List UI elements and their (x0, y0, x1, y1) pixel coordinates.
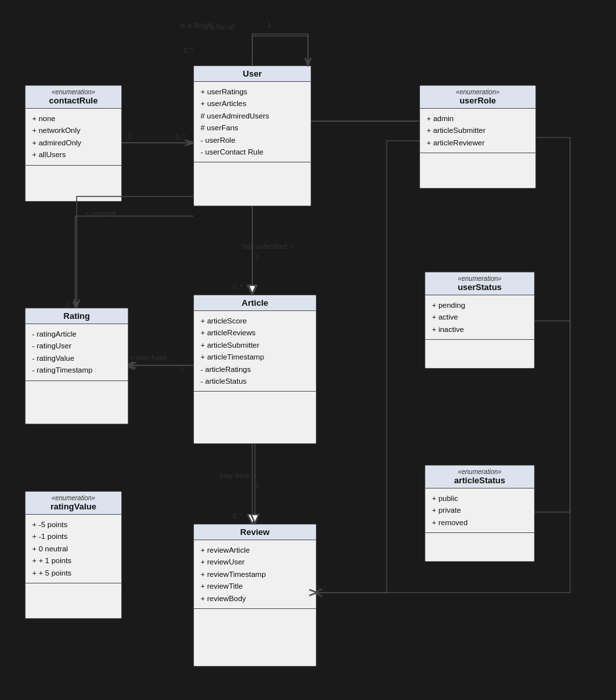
us-attr-2: + active (432, 311, 528, 323)
rating-value-footer (26, 583, 121, 596)
rv-attr-2: + -1 points (32, 530, 115, 542)
mult-0star-article: 0..* (233, 284, 242, 291)
diagram-container: is a fan of is a fan of 1 0..* 1 0..* < … (0, 0, 616, 700)
rating-value-stereotype: «enumeration» (31, 494, 116, 502)
mult-0star-may: 0..* (128, 364, 138, 371)
contact-rule-title: contactRule (49, 96, 98, 105)
mult-0star-user-left: 0..* (176, 134, 185, 141)
cr-attr-2: + networkOnly (32, 124, 115, 136)
mult-1-top: 1 (267, 21, 271, 29)
user-attr-4: # userFans (201, 122, 304, 134)
rat-attr-3: - ratingValue (32, 352, 121, 364)
contact-rule-header: «enumeration» contactRule (26, 86, 121, 109)
user-status-footer (425, 339, 534, 352)
label-is-fan-of-text: is a fan of (180, 21, 212, 29)
article-body: + articleScore + articleReviews + articl… (194, 311, 316, 391)
user-attr-1: + userRatings (201, 86, 304, 98)
rating-value-title: ratingValue (50, 502, 96, 511)
article-status-box: «enumeration» articleStatus + public + p… (425, 465, 535, 562)
art-attr-2: + articleReviews (201, 327, 309, 339)
label-has-submitted: has submitted > (242, 242, 294, 250)
label-may-have2: may have > (220, 471, 257, 479)
user-attr-2: + userArticles (201, 98, 304, 109)
rat-attr-1: - ratingArticle (32, 328, 121, 340)
user-role-header: «enumeration»userRole (420, 86, 535, 109)
rev-attr-3: + reviewTimestamp (201, 568, 309, 580)
user-title: User (243, 69, 262, 79)
article-status-stereotype: «enumeration» (431, 468, 529, 475)
user-body: + userRatings + userArticles # userAdmir… (194, 82, 311, 162)
contact-rule-body: + none + networkOnly + admiredOnly + all… (26, 109, 121, 165)
mult-1-contact: 1 (128, 132, 132, 140)
user-status-title: userStatus (457, 282, 501, 292)
user-role-body: + admin + articleSubmitter + articleRevi… (420, 109, 535, 153)
article-footer (194, 391, 316, 404)
contact-rule-stereotype: «enumeration» (31, 88, 116, 96)
ur-attr-1: + admin (427, 113, 529, 124)
art-attr-6: - articleStatus (201, 375, 309, 387)
us-attr-3: + inactive (432, 323, 528, 335)
rating-header: Rating (26, 308, 128, 324)
label-created: < created (85, 210, 115, 217)
review-footer (194, 608, 316, 621)
art-attr-5: - articleRatings (201, 363, 309, 375)
user-role-footer (420, 153, 535, 166)
user-attr-5: - userRole (201, 134, 304, 146)
rating-value-body: + -5 points + -1 points + 0 neutral + + … (26, 515, 121, 583)
review-header: Review (194, 525, 316, 540)
art-attr-4: + articleTimestamp (201, 351, 309, 363)
user-box: User + userRatings + userArticles # user… (193, 65, 311, 206)
review-title: Review (241, 527, 270, 537)
art-attr-1: + articleScore (201, 315, 309, 327)
mult-0star-review: 0..* (233, 513, 242, 520)
rv-attr-1: + -5 points (32, 519, 115, 530)
mult-1-may2: 1 (256, 481, 260, 488)
rv-attr-4: + + 1 points (32, 555, 115, 566)
rating-value-header: «enumeration» ratingValue (26, 492, 121, 515)
mult-0star-review-right: 0..* (316, 585, 326, 592)
rating-body: - ratingArticle - ratingUser - ratingVal… (26, 324, 128, 380)
rev-attr-4: + reviewTitle (201, 580, 309, 592)
article-status-footer (425, 532, 534, 545)
label-may-have: < may have (130, 354, 167, 361)
review-body: + reviewArticle + reviewUser + reviewTim… (194, 540, 316, 608)
rev-attr-5: + reviewBody (201, 593, 309, 604)
review-box: Review + reviewArticle + reviewUser + re… (193, 524, 317, 667)
user-status-header: «enumeration» userStatus (425, 272, 534, 295)
rat-attr-4: - ratingTimestamp (32, 364, 121, 376)
as-attr-1: + public (432, 492, 528, 504)
mult-0star-loop: 0..* (183, 47, 193, 54)
art-attr-3: + articleSubmitter (201, 339, 309, 351)
ur-attr-3: + articleReviewer (427, 137, 529, 149)
rating-title: Rating (64, 311, 90, 321)
as-attr-2: + private (432, 504, 528, 516)
rv-attr-5: + + 5 points (32, 567, 115, 579)
article-header: Article (194, 295, 316, 311)
rating-box: Rating - ratingArticle - ratingUser - ra… (25, 308, 128, 424)
us-attr-1: + pending (432, 299, 528, 311)
article-status-title: articleStatus (454, 475, 505, 485)
rv-attr-3: + 0 neutral (32, 543, 115, 555)
mult-1-may: 1 (180, 364, 184, 371)
article-status-header: «enumeration» articleStatus (425, 466, 534, 488)
rating-value-box: «enumeration» ratingValue + -5 points + … (25, 491, 122, 619)
cr-attr-3: + admiredOnly (32, 137, 115, 149)
user-status-stereotype: «enumeration» (431, 275, 529, 282)
user-attr-3: # userAdmiredUsers (201, 110, 304, 122)
user-footer (194, 162, 311, 175)
rev-attr-1: + reviewArticle (201, 544, 309, 556)
mult-1-submitted: 1 (256, 254, 260, 261)
contact-rule-footer (26, 165, 121, 178)
rating-footer (26, 380, 128, 394)
article-box: Article + articleScore + articleReviews … (193, 295, 317, 444)
user-attr-6: - userContact Rule (201, 146, 304, 158)
user-status-box: «enumeration» userStatus + pending + act… (425, 272, 535, 369)
rev-attr-2: + reviewUser (201, 556, 309, 568)
contact-rule-box: «enumeration» contactRule + none + netwo… (25, 85, 122, 202)
user-status-body: + pending + active + inactive (425, 295, 534, 339)
as-attr-3: + removed (432, 517, 528, 528)
cr-attr-4: + allUsers (32, 149, 115, 160)
article-title: Article (242, 298, 268, 308)
ur-attr-2: + articleSubmitter (427, 124, 529, 136)
rat-attr-2: - ratingUser (32, 340, 121, 352)
